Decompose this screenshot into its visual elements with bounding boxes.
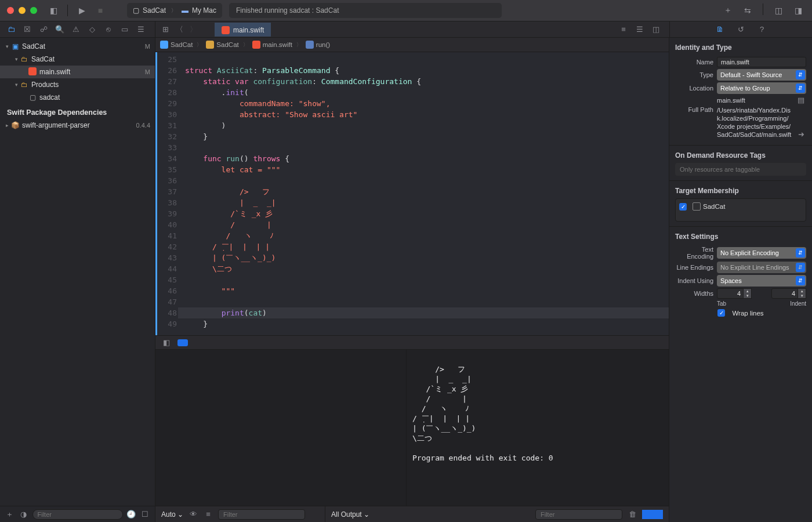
add-editor-icon[interactable]: ＋ <box>721 3 735 17</box>
target-name: SadCat <box>703 203 725 210</box>
variables-view[interactable] <box>155 350 407 506</box>
output-scope-label[interactable]: All Output ⌄ <box>331 510 369 519</box>
add-icon[interactable]: ＋ <box>5 509 15 520</box>
dependency-version: 0.4.4 <box>136 122 150 129</box>
toggle-navigator-icon[interactable]: ◧ <box>46 3 60 17</box>
test-navigator-icon[interactable]: ◇ <box>87 25 97 34</box>
tab-caption: Tab <box>717 300 726 307</box>
reveal-in-finder-icon[interactable]: ➜ <box>796 130 806 139</box>
list-icon[interactable]: ≡ <box>203 510 213 519</box>
type-value: Default - Swift Source <box>720 71 782 78</box>
debug-pane-toggle[interactable] <box>642 510 663 519</box>
crumb-folder[interactable]: SadCat <box>216 41 238 48</box>
jump-bar[interactable]: SadCat 〉 SadCat 〉 main.swift 〉 run() <box>155 38 669 52</box>
run-button[interactable]: ▶ <box>75 3 89 17</box>
indent-using-select[interactable]: Spaces ⇵ <box>717 275 806 287</box>
disclosure-icon[interactable]: ▸ <box>3 122 10 128</box>
indent-width-input[interactable] <box>771 288 798 299</box>
text-encoding-select[interactable]: No Explicit Encoding ⇵ <box>717 247 806 259</box>
report-navigator-icon[interactable]: ☰ <box>136 25 146 34</box>
stop-button[interactable]: ■ <box>93 3 107 17</box>
type-select[interactable]: Default - Swift Source ⇵ <box>717 69 806 81</box>
crumb-file[interactable]: main.swift <box>263 41 292 48</box>
file-inspector-icon[interactable]: 🗎 <box>715 25 726 34</box>
location-select[interactable]: Relative to Group ⇵ <box>717 82 806 94</box>
target-checkbox[interactable]: ✓ <box>679 203 687 211</box>
variables-filter-input[interactable] <box>218 509 305 520</box>
navigator-selector: 🗀 ☒ ☍ 🔍 ⚠ ◇ ⎋ ▭ ☰ <box>0 21 155 37</box>
toggle-variables-icon[interactable]: ◧ <box>161 338 172 347</box>
dependency-row[interactable]: ▸ 📦 swift-argument-parser 0.4.4 <box>0 119 155 132</box>
recent-filter-icon[interactable]: 🕘 <box>126 510 137 519</box>
wrap-lines-label: Wrap lines <box>732 310 763 317</box>
project-navigator-icon[interactable]: 🗀 <box>6 25 16 34</box>
issue-navigator-icon[interactable]: ⚠ <box>71 25 81 34</box>
related-items-icon[interactable]: ⊞ <box>160 25 171 34</box>
package-folder-row[interactable]: ▾ 🗀 SadCat <box>0 53 155 66</box>
tab-filename: main.swift <box>233 26 264 34</box>
editor-options-icon[interactable]: ⇆ <box>741 3 755 17</box>
filter-scope-icon[interactable]: ◑ <box>19 510 29 519</box>
navigator-filter-input[interactable] <box>32 509 123 520</box>
source-control-navigator-icon[interactable]: ☒ <box>22 25 32 34</box>
editor-tab[interactable]: main.swift <box>215 23 271 37</box>
adjust-editor-icon[interactable]: ☰ <box>635 25 645 34</box>
history-inspector-icon[interactable]: ↺ <box>736 25 746 34</box>
minimap-icon[interactable]: ≡ <box>618 25 629 34</box>
help-inspector-icon[interactable]: ? <box>757 25 767 34</box>
products-folder-row[interactable]: ▾ 🗀 Products <box>0 78 155 91</box>
toggle-inspector-icon[interactable]: ◨ <box>791 3 805 17</box>
symbol-navigator-icon[interactable]: ☍ <box>38 25 49 34</box>
console-output[interactable]: /> フ | _ _| /`ミ _x 彡 / | / ヽ ﾉ / ̣￣| | |… <box>407 350 669 506</box>
widths-label: Widths <box>675 290 713 297</box>
wrap-lines-checkbox[interactable]: ✓ <box>717 309 725 317</box>
indent-width-stepper[interactable]: ▴▾ <box>771 288 806 299</box>
disclosure-icon[interactable]: ▾ <box>13 56 20 62</box>
trash-icon[interactable]: 🗑 <box>627 510 637 519</box>
activity-status[interactable]: Finished running sadcat : SadCat <box>229 3 502 18</box>
auto-scope-label[interactable]: Auto ⌄ <box>161 510 183 519</box>
tab-width-stepper[interactable]: ▴▾ <box>717 288 752 299</box>
chevron-updown-icon: ⇵ <box>796 70 805 79</box>
source-file-row[interactable]: main.swift M <box>0 66 155 78</box>
split-editor-icon[interactable]: ◫ <box>651 25 661 34</box>
indent-using-label: Indent Using <box>675 277 713 284</box>
zoom-window-icon[interactable] <box>30 7 37 14</box>
minimize-window-icon[interactable] <box>19 7 26 14</box>
crumb-symbol[interactable]: run() <box>316 41 330 48</box>
swift-file-icon <box>252 41 260 49</box>
executable-icon <box>693 202 701 211</box>
choose-path-icon[interactable]: ▤ <box>796 96 806 104</box>
debug-bar: ◧ <box>155 335 669 349</box>
line-number-gutter: 25 26 27 28 29 30 31 32 33 34 35 36 37 3… <box>157 52 182 335</box>
code-content[interactable]: struct AsciiCat: ParsableCommand { stati… <box>182 52 669 335</box>
breakpoints-toggle[interactable] <box>177 339 188 346</box>
line-endings-value: No Explicit Line Endings <box>720 264 789 271</box>
name-field[interactable] <box>717 57 806 67</box>
executable-icon: ▢ <box>28 93 37 102</box>
find-navigator-icon[interactable]: 🔍 <box>55 25 65 34</box>
visibility-icon[interactable]: 👁 <box>188 510 198 519</box>
right-pane-toggle[interactable] <box>652 510 663 519</box>
debug-navigator-icon[interactable]: ⎋ <box>103 25 114 34</box>
line-endings-select[interactable]: No Explicit Line Endings ⇵ <box>717 262 806 273</box>
console-filter-input[interactable] <box>535 509 622 520</box>
nav-forward-icon[interactable]: 〉 <box>188 24 198 35</box>
indent-using-value: Spaces <box>720 277 742 284</box>
project-root-row[interactable]: ▾ ▣ SadCat M <box>0 40 155 53</box>
product-row[interactable]: ▢ sadcat <box>0 91 155 104</box>
breakpoint-navigator-icon[interactable]: ▭ <box>119 25 130 34</box>
crumb-project[interactable]: SadCat <box>171 41 193 48</box>
nav-back-icon[interactable]: 〈 <box>174 24 184 35</box>
scm-filter-icon[interactable]: ☐ <box>140 510 150 519</box>
left-pane-toggle[interactable] <box>642 510 652 519</box>
tab-width-input[interactable] <box>717 288 744 299</box>
library-icon[interactable]: ◫ <box>771 3 785 17</box>
disclosure-icon[interactable]: ▾ <box>3 44 10 49</box>
source-editor[interactable]: 25 26 27 28 29 30 31 32 33 34 35 36 37 3… <box>155 52 669 335</box>
scheme-selector[interactable]: ▢ SadCat 〉 ▬ My Mac <box>127 3 222 18</box>
disclosure-icon[interactable]: ▾ <box>13 82 20 88</box>
inspector-selector: 🗎 ↺ ? <box>669 21 812 37</box>
close-window-icon[interactable] <box>7 7 14 14</box>
type-label: Type <box>675 71 713 78</box>
